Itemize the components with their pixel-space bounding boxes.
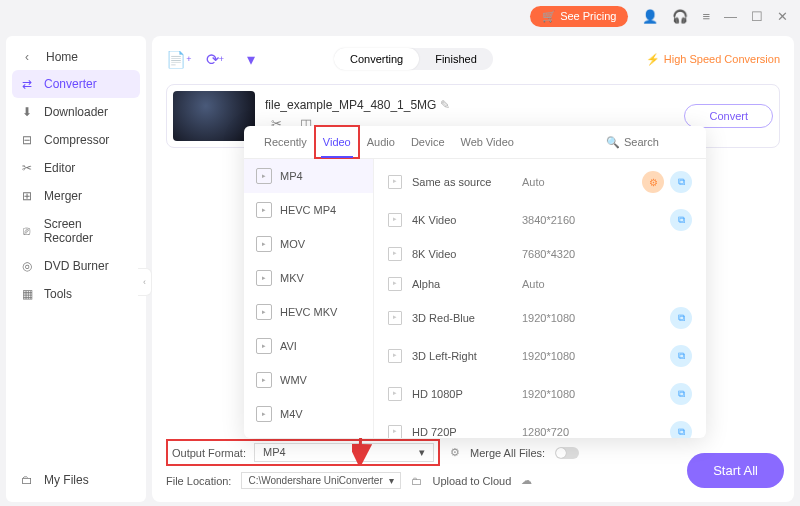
open-folder-icon[interactable]: 🗀: [411, 475, 422, 487]
dropdown-tab-video[interactable]: Video: [315, 126, 359, 158]
format-label: MOV: [280, 238, 305, 250]
sidebar-item-tools[interactable]: ▦ Tools: [12, 280, 140, 308]
sidebar-item-label: Converter: [44, 77, 97, 91]
format-item[interactable]: ▸MP4: [244, 159, 373, 193]
format-item[interactable]: ▸MOV: [244, 227, 373, 261]
sidebar-item-my-files[interactable]: 🗀 My Files: [12, 466, 140, 494]
format-item[interactable]: ▸HEVC MP4: [244, 193, 373, 227]
start-all-button[interactable]: Start All: [687, 453, 784, 488]
merger-icon: ⊞: [20, 189, 34, 203]
format-label: WMV: [280, 374, 307, 386]
editor-icon: ✂: [20, 161, 34, 175]
preset-item[interactable]: 4K Video3840*2160⧉: [374, 201, 706, 239]
dropdown-tab-web-video[interactable]: Web Video: [453, 126, 522, 158]
dropdown-tab-audio[interactable]: Audio: [359, 126, 403, 158]
close-icon[interactable]: ✕: [777, 9, 788, 24]
sidebar-item-label: DVD Burner: [44, 259, 109, 273]
copy-icon[interactable]: ⧉: [670, 383, 692, 405]
copy-icon[interactable]: ⧉: [670, 307, 692, 329]
video-thumbnail[interactable]: [173, 91, 255, 141]
preset-item[interactable]: 8K Video7680*4320: [374, 239, 706, 269]
preset-item[interactable]: 3D Red-Blue1920*1080⧉: [374, 299, 706, 337]
edit-name-icon[interactable]: ✎: [440, 98, 450, 112]
add-file-button[interactable]: 📄+: [166, 46, 192, 72]
home-link[interactable]: ‹ Home: [12, 44, 140, 70]
preset-icon: [388, 349, 402, 363]
preset-icon: [388, 425, 402, 438]
preset-item[interactable]: Same as sourceAuto⚙⧉: [374, 163, 706, 201]
sidebar-item-compressor[interactable]: ⊟ Compressor: [12, 126, 140, 154]
format-label: MKV: [280, 272, 304, 284]
preset-item[interactable]: 3D Left-Right1920*1080⧉: [374, 337, 706, 375]
format-list: ▸MP4▸HEVC MP4▸MOV▸MKV▸HEVC MKV▸AVI▸WMV▸M…: [244, 159, 374, 438]
maximize-icon[interactable]: ☐: [751, 9, 763, 24]
sidebar: ‹ Home ⇄ Converter ⬇ Downloader ⊟ Compre…: [6, 36, 146, 502]
lightning-icon: ⚡: [646, 53, 660, 66]
sidebar-item-dvd-burner[interactable]: ◎ DVD Burner: [12, 252, 140, 280]
preset-resolution: Auto: [522, 176, 612, 188]
format-item[interactable]: ▸AVI: [244, 329, 373, 363]
status-toggle: Converting Finished: [334, 48, 493, 70]
preset-icon: [388, 175, 402, 189]
preset-item[interactable]: HD 720P1280*720⧉: [374, 413, 706, 438]
format-label: M4V: [280, 408, 303, 420]
format-item[interactable]: ▸WMV: [244, 363, 373, 397]
sidebar-item-label: My Files: [44, 473, 89, 487]
menu-icon[interactable]: ≡: [702, 9, 710, 24]
preset-name: HD 720P: [412, 426, 512, 438]
format-item[interactable]: ▸HEVC MKV: [244, 295, 373, 329]
sidebar-item-downloader[interactable]: ⬇ Downloader: [12, 98, 140, 126]
preset-icon: [388, 247, 402, 261]
compressor-icon: ⊟: [20, 133, 34, 147]
search-input[interactable]: [624, 136, 694, 148]
format-icon: ▸: [256, 202, 272, 218]
dropdown-tab-device[interactable]: Device: [403, 126, 453, 158]
sidebar-item-label: Downloader: [44, 105, 108, 119]
file-location-label: File Location:: [166, 475, 231, 487]
sidebar-item-converter[interactable]: ⇄ Converter: [12, 70, 140, 98]
merge-toggle[interactable]: [555, 447, 579, 459]
preset-name: 8K Video: [412, 248, 512, 260]
output-format-select[interactable]: MP4 ▾: [254, 443, 434, 462]
preset-resolution: 7680*4320: [522, 248, 612, 260]
format-item[interactable]: ▸M4V: [244, 397, 373, 431]
high-speed-conversion-button[interactable]: ⚡ High Speed Conversion: [646, 53, 780, 66]
preset-item[interactable]: HD 1080P1920*1080⧉: [374, 375, 706, 413]
minimize-icon[interactable]: —: [724, 9, 737, 24]
see-pricing-button[interactable]: 🛒 See Pricing: [530, 6, 628, 27]
format-icon: ▸: [256, 168, 272, 184]
sidebar-collapse-handle[interactable]: ‹: [138, 268, 152, 296]
sidebar-item-screen-recorder[interactable]: ⎚ Screen Recorder: [12, 210, 140, 252]
file-location-select[interactable]: C:\Wondershare UniConverter ▾: [241, 472, 401, 489]
convert-button[interactable]: Convert: [684, 104, 773, 128]
output-format-label: Output Format:: [172, 447, 246, 459]
copy-icon[interactable]: ⧉: [670, 421, 692, 438]
gear-icon[interactable]: ⚙: [642, 171, 664, 193]
screen-recorder-icon: ⎚: [20, 224, 34, 238]
sidebar-item-merger[interactable]: ⊞ Merger: [12, 182, 140, 210]
tab-finished[interactable]: Finished: [419, 48, 493, 70]
preset-icon: [388, 387, 402, 401]
dropdown-chevron-icon[interactable]: ▾: [238, 46, 264, 72]
preset-resolution: Auto: [522, 278, 612, 290]
format-item[interactable]: ▸MKV: [244, 261, 373, 295]
format-icon: ▸: [256, 406, 272, 422]
copy-icon[interactable]: ⧉: [670, 171, 692, 193]
dropdown-search[interactable]: 🔍: [606, 136, 694, 149]
tab-converting[interactable]: Converting: [334, 48, 419, 70]
copy-icon[interactable]: ⧉: [670, 345, 692, 367]
add-folder-button[interactable]: ⟳+: [202, 46, 228, 72]
preset-resolution: 3840*2160: [522, 214, 612, 226]
preset-item[interactable]: AlphaAuto: [374, 269, 706, 299]
sidebar-item-editor[interactable]: ✂ Editor: [12, 154, 140, 182]
account-icon[interactable]: 👤: [642, 9, 658, 24]
cloud-icon[interactable]: ☁: [521, 474, 532, 487]
file-name-label: file_example_MP4_480_1_5MG: [265, 98, 436, 112]
support-icon[interactable]: 🎧: [672, 9, 688, 24]
preset-icon: [388, 277, 402, 291]
file-location-value: C:\Wondershare UniConverter: [248, 475, 382, 486]
copy-icon[interactable]: ⧉: [670, 209, 692, 231]
dropdown-tab-recently[interactable]: Recently: [256, 126, 315, 158]
settings-icon[interactable]: ⚙: [450, 446, 460, 459]
tools-icon: ▦: [20, 287, 34, 301]
